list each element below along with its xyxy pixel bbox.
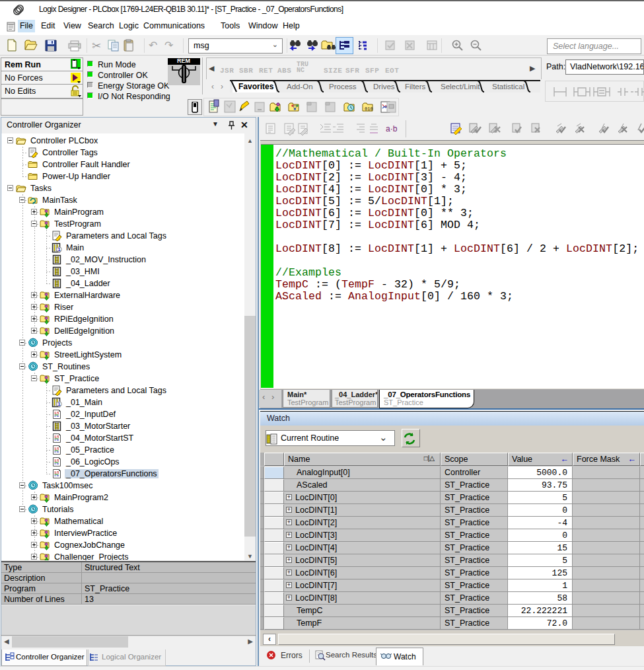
svg-text:Favorites: Favorites [238,82,274,91]
svg-text:Select/Limit: Select/Limit [441,83,480,91]
svg-text:Filters: Filters [405,83,426,91]
svg-text:Add-On: Add-On [287,83,313,91]
svg-text:010: 010 [365,106,373,112]
svg-text:Drives: Drives [373,83,395,91]
svg-text:a·b: a·b [386,124,398,133]
svg-text:Statistical: Statistical [492,83,524,91]
svg-text:Process: Process [329,83,357,91]
